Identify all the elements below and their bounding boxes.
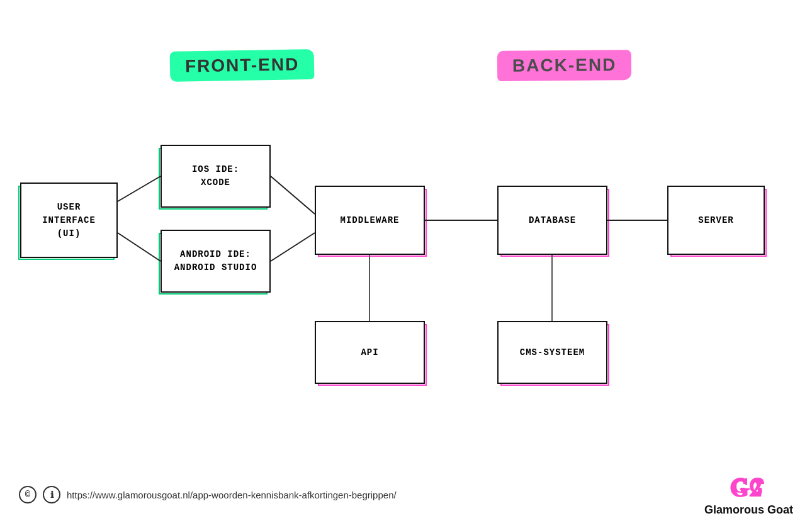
backend-label: BACK-END bbox=[497, 50, 631, 81]
footer-left: © ℹ https://www.glamorousgoat.nl/app-woo… bbox=[19, 486, 397, 503]
android-box: ANDROID IDE: ANDROID STUDIO bbox=[161, 230, 271, 293]
svg-line-0 bbox=[118, 176, 161, 201]
ios-box: IOS IDE: XCODE bbox=[161, 145, 271, 208]
ui-box: USER INTERFACE (UI) bbox=[20, 183, 118, 258]
connectors bbox=[0, 0, 812, 528]
middleware-box: MIDDLEWARE bbox=[315, 186, 425, 255]
footer: © ℹ https://www.glamorousgoat.nl/app-woo… bbox=[0, 473, 812, 517]
svg-line-1 bbox=[118, 233, 161, 261]
cc-icon: © bbox=[19, 486, 37, 503]
logo-area: 𝐆𝟐 Glamorous Goat bbox=[704, 473, 793, 517]
database-box: DATABASE bbox=[497, 186, 607, 255]
frontend-label: FRONT-END bbox=[170, 50, 314, 81]
svg-line-2 bbox=[271, 176, 315, 214]
api-box: API bbox=[315, 321, 425, 384]
logo-text: Glamorous Goat bbox=[704, 503, 793, 517]
logo-icon: 𝐆𝟐 bbox=[730, 473, 767, 501]
cms-box: CMS-SYSTEEM bbox=[497, 321, 607, 384]
footer-url: https://www.glamorousgoat.nl/app-woorden… bbox=[67, 490, 397, 500]
info-icon: ℹ bbox=[43, 486, 60, 503]
server-box: SERVER bbox=[667, 186, 765, 255]
logo-svg: 𝐆𝟐 bbox=[730, 473, 767, 501]
svg-line-3 bbox=[271, 233, 315, 261]
